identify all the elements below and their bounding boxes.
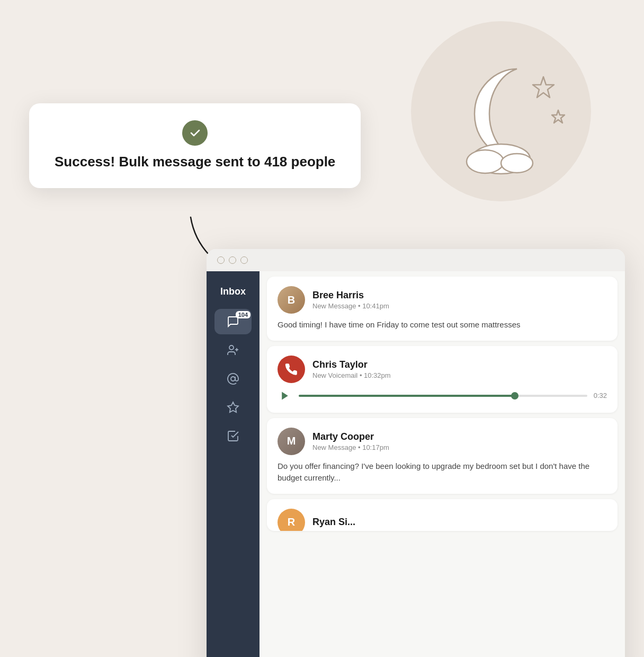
play-button[interactable]: [278, 388, 292, 403]
check-icon-circle: [182, 120, 208, 146]
message-card-bree-harris[interactable]: B Bree Harris New Message • 10:41pm Good…: [267, 277, 618, 341]
sidebar-item-messages[interactable]: 104: [214, 309, 252, 334]
svg-point-1: [467, 150, 504, 173]
audio-progress-fill: [299, 395, 515, 397]
message-type-bree: New Message • 10:41pm: [312, 302, 607, 310]
message-card-marty-cooper[interactable]: M Marty Cooper New Message • 10:17pm Do …: [267, 418, 618, 494]
contact-name-marty: Marty Cooper: [312, 431, 607, 442]
browser-window: Inbox 104: [207, 249, 625, 657]
audio-player[interactable]: 0:32: [278, 388, 607, 403]
svg-point-6: [231, 377, 235, 381]
message-header-ryan: R Ryan Si...: [278, 509, 607, 531]
message-card-chris-taylor[interactable]: Chris Taylor New Voicemail • 10:32pm: [267, 346, 618, 413]
contact-name-chris: Chris Taylor: [312, 359, 607, 370]
moon-illustration: [411, 21, 591, 201]
success-toast: Success! Bulk message sent to 418 people: [29, 103, 361, 188]
message-card-ryan-si[interactable]: R Ryan Si...: [267, 499, 618, 531]
message-header-chris: Chris Taylor New Voicemail • 10:32pm: [278, 356, 607, 383]
sidebar-title: Inbox: [220, 286, 246, 297]
browser-bar: [207, 249, 625, 271]
svg-point-2: [501, 154, 533, 173]
message-header-marty: M Marty Cooper New Message • 10:17pm: [278, 428, 607, 455]
success-message: Success! Bulk message sent to 418 people: [55, 153, 335, 171]
message-type-chris: New Voicemail • 10:32pm: [312, 371, 607, 379]
avatar-bree-harris: B: [278, 286, 305, 314]
inbox-main: B Bree Harris New Message • 10:41pm Good…: [260, 271, 625, 657]
svg-marker-8: [282, 392, 288, 399]
sidebar-item-tasks[interactable]: [214, 423, 252, 449]
browser-dot-2: [229, 256, 236, 264]
message-meta-marty: Marty Cooper New Message • 10:17pm: [312, 431, 607, 451]
svg-marker-7: [228, 402, 238, 412]
audio-progress-thumb: [511, 392, 518, 399]
svg-point-3: [229, 345, 234, 350]
messages-badge: 104: [236, 311, 251, 318]
avatar-marty-cooper: M: [278, 428, 305, 455]
browser-content: Inbox 104: [207, 271, 625, 657]
message-meta-ryan: Ryan Si...: [312, 517, 607, 528]
audio-progress-bar[interactable]: [299, 395, 587, 397]
contact-name-bree: Bree Harris: [312, 290, 607, 301]
contact-name-ryan: Ryan Si...: [312, 517, 607, 528]
message-body-marty: Do you offer financing? I've been lookin…: [278, 460, 607, 484]
avatar-ryan-si: R: [278, 509, 305, 531]
message-meta-chris: Chris Taylor New Voicemail • 10:32pm: [312, 359, 607, 379]
browser-dot-1: [217, 256, 225, 264]
message-type-marty: New Message • 10:17pm: [312, 443, 607, 451]
browser-dot-3: [240, 256, 248, 264]
audio-duration: 0:32: [594, 392, 607, 399]
avatar-chris-taylor: [278, 356, 305, 383]
sidebar: Inbox 104: [207, 271, 260, 657]
message-header: B Bree Harris New Message • 10:41pm: [278, 286, 607, 314]
sidebar-item-contacts[interactable]: [214, 338, 252, 363]
message-meta-bree: Bree Harris New Message • 10:41pm: [312, 290, 607, 310]
sidebar-item-mentions[interactable]: [214, 366, 252, 392]
sidebar-item-starred[interactable]: [214, 395, 252, 420]
message-body-bree: Good timing! I have time on Friday to co…: [278, 319, 607, 331]
